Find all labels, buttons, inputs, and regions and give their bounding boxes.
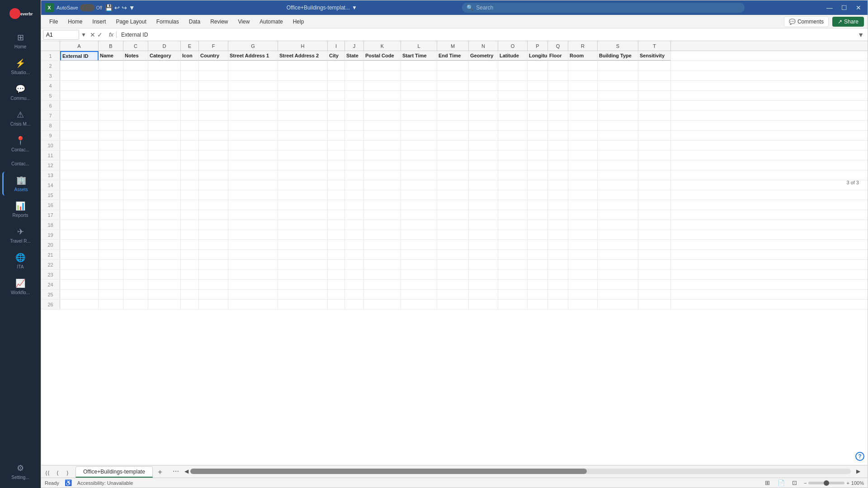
- cell-I13[interactable]: [328, 170, 345, 180]
- cell-M4[interactable]: [437, 81, 469, 90]
- cell-M16[interactable]: [437, 200, 469, 210]
- cell-C25[interactable]: [123, 290, 148, 299]
- cell-D21[interactable]: [148, 250, 181, 259]
- cell-A15[interactable]: [60, 190, 99, 200]
- cell-J1[interactable]: State: [345, 51, 364, 61]
- cell-B20[interactable]: [99, 240, 123, 249]
- cell-A6[interactable]: [60, 101, 99, 110]
- cell-D15[interactable]: [148, 190, 181, 200]
- cell-N10[interactable]: [469, 141, 498, 150]
- cell-H6[interactable]: [278, 101, 328, 110]
- cell-O18[interactable]: [498, 220, 528, 230]
- zoom-out-icon[interactable]: −: [804, 480, 807, 486]
- cell-C23[interactable]: [123, 270, 148, 279]
- cell-K6[interactable]: [364, 101, 401, 110]
- cell-L19[interactable]: [401, 230, 437, 239]
- cell-C12[interactable]: [123, 160, 148, 170]
- cell-B17[interactable]: [99, 210, 123, 220]
- cell-Q10[interactable]: [548, 141, 568, 150]
- cell-D25[interactable]: [148, 290, 181, 299]
- cell-T6[interactable]: [638, 101, 671, 110]
- cell-P4[interactable]: [528, 81, 548, 90]
- sheet-nav-prev-prev[interactable]: ⟨⟨: [43, 469, 52, 478]
- cell-E24[interactable]: [181, 280, 199, 289]
- cell-L7[interactable]: [401, 111, 437, 120]
- cell-F23[interactable]: [199, 270, 228, 279]
- col-header-O[interactable]: O: [498, 41, 528, 51]
- cell-M14[interactable]: [437, 180, 469, 190]
- cell-Q17[interactable]: [548, 210, 568, 220]
- cell-G14[interactable]: [228, 180, 278, 190]
- cell-T2[interactable]: [638, 61, 671, 70]
- cell-P8[interactable]: [528, 121, 548, 130]
- cell-R11[interactable]: [568, 150, 598, 160]
- cell-K4[interactable]: [364, 81, 401, 90]
- cell-I9[interactable]: [328, 131, 345, 140]
- cell-R22[interactable]: [568, 260, 598, 269]
- cell-N8[interactable]: [469, 121, 498, 130]
- zoom-slider[interactable]: [808, 482, 844, 484]
- cell-S1[interactable]: Building Type: [598, 51, 638, 61]
- cell-H15[interactable]: [278, 190, 328, 200]
- cell-O13[interactable]: [498, 170, 528, 180]
- cell-R24[interactable]: [568, 280, 598, 289]
- cell-B9[interactable]: [99, 131, 123, 140]
- cell-B21[interactable]: [99, 250, 123, 259]
- cell-S20[interactable]: [598, 240, 638, 249]
- cell-T16[interactable]: [638, 200, 671, 210]
- cell-N25[interactable]: [469, 290, 498, 299]
- cell-M25[interactable]: [437, 290, 469, 299]
- cell-B26[interactable]: [99, 300, 123, 309]
- cell-G19[interactable]: [228, 230, 278, 239]
- menu-page-layout[interactable]: Page Layout: [111, 17, 151, 27]
- cell-O14[interactable]: [498, 180, 528, 190]
- page-break-view-button[interactable]: ⊡: [790, 479, 799, 487]
- close-button[interactable]: ✕: [853, 2, 864, 13]
- cell-H14[interactable]: [278, 180, 328, 190]
- maximize-button[interactable]: ☐: [839, 2, 849, 13]
- cell-O25[interactable]: [498, 290, 528, 299]
- cell-O23[interactable]: [498, 270, 528, 279]
- cell-D20[interactable]: [148, 240, 181, 249]
- cell-Q26[interactable]: [548, 300, 568, 309]
- cell-E23[interactable]: [181, 270, 199, 279]
- cell-ref-dropdown-icon[interactable]: ▼: [81, 32, 86, 38]
- sheet-nav-next[interactable]: ⟩: [63, 469, 72, 478]
- col-header-H[interactable]: H: [278, 41, 328, 51]
- cell-M24[interactable]: [437, 280, 469, 289]
- cell-L6[interactable]: [401, 101, 437, 110]
- cell-J11[interactable]: [345, 150, 364, 160]
- cell-A19[interactable]: [60, 230, 99, 239]
- cell-Q2[interactable]: [548, 61, 568, 70]
- cell-L2[interactable]: [401, 61, 437, 70]
- cell-D7[interactable]: [148, 111, 181, 120]
- cell-Q20[interactable]: [548, 240, 568, 249]
- cell-F13[interactable]: [199, 170, 228, 180]
- cell-R21[interactable]: [568, 250, 598, 259]
- cell-R7[interactable]: [568, 111, 598, 120]
- col-header-S[interactable]: S: [598, 41, 638, 51]
- cell-T18[interactable]: [638, 220, 671, 230]
- add-sheet-button[interactable]: +: [155, 467, 165, 478]
- cell-T15[interactable]: [638, 190, 671, 200]
- cell-R6[interactable]: [568, 101, 598, 110]
- col-header-E[interactable]: E: [181, 41, 199, 51]
- cell-R19[interactable]: [568, 230, 598, 239]
- cell-A13[interactable]: [60, 170, 99, 180]
- cell-R2[interactable]: [568, 61, 598, 70]
- cell-O8[interactable]: [498, 121, 528, 130]
- col-header-G[interactable]: G: [228, 41, 278, 51]
- cell-D4[interactable]: [148, 81, 181, 90]
- sheet-nav-prev[interactable]: ⟨: [53, 469, 62, 478]
- cell-O24[interactable]: [498, 280, 528, 289]
- cell-J14[interactable]: [345, 180, 364, 190]
- cell-B8[interactable]: [99, 121, 123, 130]
- cell-B11[interactable]: [99, 150, 123, 160]
- cell-T1[interactable]: Sensitivity: [638, 51, 671, 61]
- cell-R18[interactable]: [568, 220, 598, 230]
- cell-K26[interactable]: [364, 300, 401, 309]
- cell-P13[interactable]: [528, 170, 548, 180]
- sidebar-item-situations[interactable]: ⚡ Situatio...: [2, 55, 38, 79]
- cell-S18[interactable]: [598, 220, 638, 230]
- cell-H1[interactable]: Street Address 2: [278, 51, 328, 61]
